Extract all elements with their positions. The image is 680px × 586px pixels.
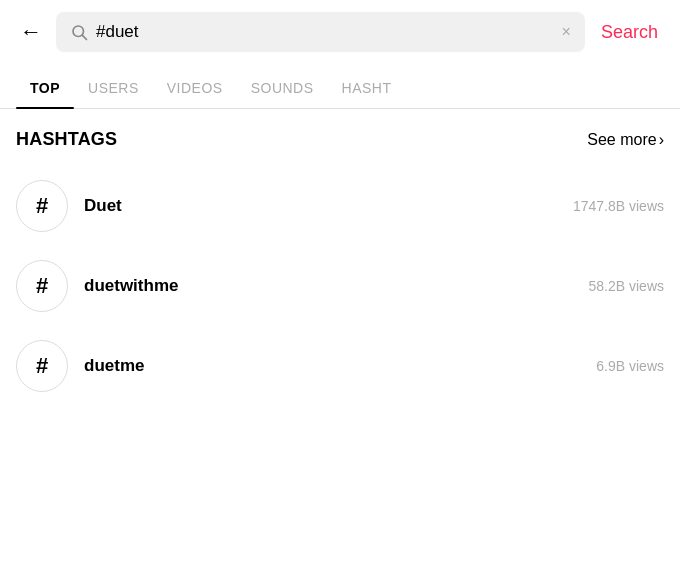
search-bar[interactable]: #duet × bbox=[56, 12, 585, 52]
hashtag-views: 6.9B views bbox=[596, 358, 664, 374]
hashtag-symbol-icon: # bbox=[36, 273, 48, 299]
hashtag-name: duetme bbox=[84, 356, 580, 376]
hashtag-info: duetwithme bbox=[84, 276, 573, 296]
hashtags-section-header: HASHTAGS See more › bbox=[16, 129, 664, 150]
tab-users[interactable]: USERS bbox=[74, 68, 153, 108]
tab-top[interactable]: TOP bbox=[16, 68, 74, 108]
hashtags-title: HASHTAGS bbox=[16, 129, 117, 150]
hashtag-icon-circle: # bbox=[16, 260, 68, 312]
hashtag-views: 58.2B views bbox=[589, 278, 664, 294]
main-content: HASHTAGS See more › # Duet 1747.8B views… bbox=[0, 109, 680, 406]
hashtag-symbol-icon: # bbox=[36, 193, 48, 219]
tab-hashtags[interactable]: HASHT bbox=[328, 68, 406, 108]
hashtag-name: duetwithme bbox=[84, 276, 573, 296]
hashtag-item[interactable]: # duetwithme 58.2B views bbox=[16, 246, 664, 326]
chevron-right-icon: › bbox=[659, 131, 664, 149]
search-button[interactable]: Search bbox=[595, 18, 664, 47]
tab-sounds[interactable]: SOUNDS bbox=[237, 68, 328, 108]
tabs-bar: TOP USERS VIDEOS SOUNDS HASHT bbox=[0, 68, 680, 109]
hashtag-icon-circle: # bbox=[16, 180, 68, 232]
see-more-label: See more bbox=[587, 131, 656, 149]
hashtag-icon-circle: # bbox=[16, 340, 68, 392]
clear-button[interactable]: × bbox=[562, 23, 571, 41]
back-button[interactable]: ← bbox=[16, 15, 46, 49]
search-input[interactable]: #duet bbox=[96, 22, 554, 42]
hashtag-list: # Duet 1747.8B views # duetwithme 58.2B … bbox=[16, 166, 664, 406]
svg-line-1 bbox=[82, 35, 86, 39]
hashtag-name: Duet bbox=[84, 196, 557, 216]
hashtag-item[interactable]: # duetme 6.9B views bbox=[16, 326, 664, 406]
search-icon bbox=[70, 23, 88, 41]
hashtag-item[interactable]: # Duet 1747.8B views bbox=[16, 166, 664, 246]
hashtag-info: duetme bbox=[84, 356, 580, 376]
hashtag-info: Duet bbox=[84, 196, 557, 216]
hashtag-symbol-icon: # bbox=[36, 353, 48, 379]
header: ← #duet × Search bbox=[0, 0, 680, 64]
back-arrow-icon: ← bbox=[20, 19, 42, 45]
see-more-button[interactable]: See more › bbox=[587, 131, 664, 149]
tab-videos[interactable]: VIDEOS bbox=[153, 68, 237, 108]
hashtag-views: 1747.8B views bbox=[573, 198, 664, 214]
